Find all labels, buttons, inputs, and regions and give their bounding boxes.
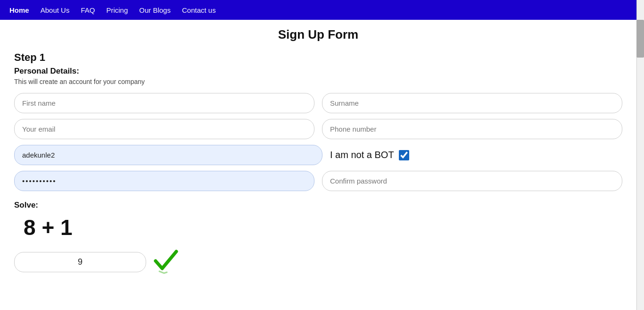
nav-faq[interactable]: FAQ xyxy=(81,6,95,14)
bot-checkbox[interactable] xyxy=(399,150,409,160)
first-name-input[interactable] xyxy=(14,93,314,113)
nav-home[interactable]: Home xyxy=(9,6,29,14)
math-problem: 8 + 1 xyxy=(24,215,622,240)
captcha-checkmark-icon xyxy=(154,248,178,276)
solve-label: Solve: xyxy=(14,201,622,210)
bot-label: I am not a BOT xyxy=(330,150,394,160)
email-phone-row xyxy=(14,119,622,139)
navigation: Home About Us FAQ Pricing Our Blogs Cont… xyxy=(0,0,644,20)
email-input[interactable] xyxy=(14,119,314,139)
username-input[interactable] xyxy=(14,145,322,165)
nav-contact[interactable]: Contact us xyxy=(182,6,216,14)
step-label: Step 1 xyxy=(14,51,622,64)
solve-row xyxy=(14,248,622,276)
phone-input[interactable] xyxy=(322,119,622,139)
bot-check-container: I am not a BOT xyxy=(330,150,622,160)
math-operand2: 1 xyxy=(60,215,73,240)
nav-blogs[interactable]: Our Blogs xyxy=(139,6,171,14)
main-content: Sign Up Form Step 1 Personal Details: Th… xyxy=(0,20,636,284)
name-row xyxy=(14,93,622,113)
scrollbar[interactable] xyxy=(636,0,644,310)
nav-about[interactable]: About Us xyxy=(41,6,70,14)
captcha-answer-input[interactable] xyxy=(14,252,146,272)
password-row xyxy=(14,171,622,191)
section-subtitle: This will create an account for your com… xyxy=(14,78,622,85)
page-title: Sign Up Form xyxy=(14,27,622,42)
username-bot-row: I am not a BOT xyxy=(14,145,622,165)
password-input[interactable] xyxy=(14,171,314,191)
scrollbar-thumb[interactable] xyxy=(636,20,644,58)
section-title: Personal Details: xyxy=(14,67,622,76)
nav-pricing[interactable]: Pricing xyxy=(106,6,128,14)
confirm-password-input[interactable] xyxy=(322,171,622,191)
math-operand1: 8 xyxy=(24,215,36,240)
math-operator: + xyxy=(41,215,54,240)
surname-input[interactable] xyxy=(322,93,622,113)
